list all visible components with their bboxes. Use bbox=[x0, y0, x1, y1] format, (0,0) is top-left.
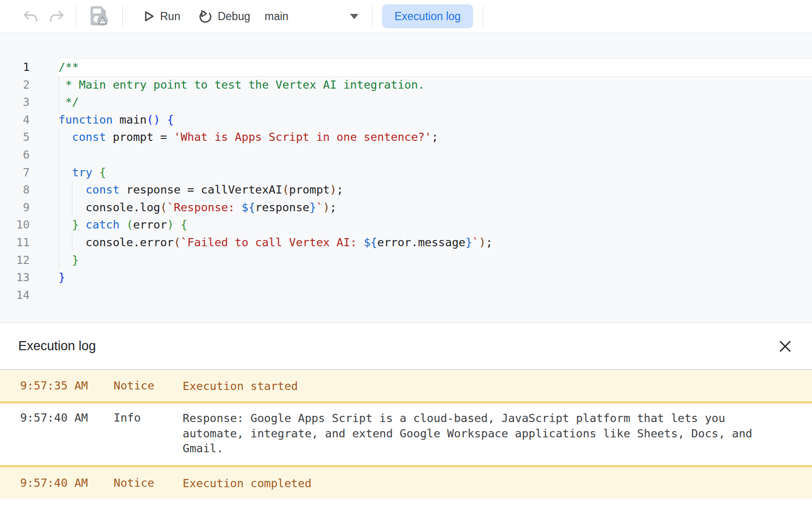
line-number[interactable]: 13 bbox=[0, 269, 30, 286]
indent-guide bbox=[72, 234, 72, 252]
indent-guide bbox=[58, 234, 59, 252]
code-token: () bbox=[147, 113, 160, 126]
code-line-content[interactable]: } bbox=[58, 252, 812, 269]
code-token: catch bbox=[86, 218, 120, 231]
code-line[interactable]: 14 bbox=[0, 286, 812, 304]
undo-button[interactable] bbox=[21, 7, 40, 26]
code-token: * Main entry point to test the Vertex AI… bbox=[58, 78, 425, 91]
code-token: ; bbox=[330, 201, 336, 214]
code-line[interactable]: 13} bbox=[0, 269, 812, 286]
line-number[interactable]: 4 bbox=[0, 111, 30, 129]
redo-icon bbox=[48, 10, 65, 23]
code-token bbox=[174, 218, 181, 231]
selected-function: main bbox=[265, 10, 289, 23]
code-line-content[interactable]: function main() { bbox=[58, 111, 812, 129]
code-token: ) bbox=[167, 218, 174, 231]
code-token: ( bbox=[160, 201, 167, 214]
line-number[interactable]: 9 bbox=[0, 199, 30, 217]
code-token: } bbox=[58, 271, 65, 284]
code-token: ` bbox=[316, 201, 323, 214]
code-line-content[interactable]: try { bbox=[58, 164, 812, 182]
line-number[interactable]: 11 bbox=[0, 234, 30, 252]
code-line[interactable]: 2 * Main entry point to test the Vertex … bbox=[0, 76, 812, 94]
code-token: console.log bbox=[58, 201, 160, 214]
code-line-content[interactable]: /** bbox=[58, 58, 812, 76]
line-number[interactable]: 12 bbox=[0, 252, 30, 269]
code-line-content[interactable]: const prompt = 'What is Apps Script in o… bbox=[58, 128, 812, 146]
code-token: { bbox=[167, 113, 174, 126]
code-token: ${ bbox=[242, 201, 255, 214]
indent-guide bbox=[58, 93, 59, 111]
code-token: */ bbox=[58, 95, 79, 109]
close-button[interactable] bbox=[777, 339, 793, 354]
code-token: ) bbox=[479, 236, 486, 249]
log-entry-level: Notice bbox=[114, 467, 183, 497]
code-token bbox=[58, 130, 72, 144]
code-line[interactable]: 8 const response = callVertexAI(prompt); bbox=[0, 181, 812, 199]
close-icon bbox=[778, 339, 792, 354]
code-editor[interactable]: 1/**2 * Main entry point to test the Ver… bbox=[0, 33, 812, 322]
code-line-content[interactable] bbox=[58, 146, 812, 164]
debug-button[interactable]: Debug bbox=[197, 9, 250, 24]
code-token: ( bbox=[174, 236, 181, 249]
line-number[interactable]: 2 bbox=[0, 76, 30, 94]
undo-icon bbox=[22, 10, 39, 23]
code-line[interactable]: 11 console.error(`Failed to call Vertex … bbox=[0, 234, 812, 252]
function-selector[interactable]: main bbox=[265, 10, 359, 23]
execution-log-button[interactable]: Execution log bbox=[382, 4, 473, 28]
code-token bbox=[93, 166, 99, 179]
line-number[interactable]: 5 bbox=[0, 128, 30, 146]
code-line-content[interactable]: } catch (error) { bbox=[58, 216, 812, 234]
code-line-content[interactable] bbox=[58, 286, 812, 304]
code-line-content[interactable]: * Main entry point to test the Vertex AI… bbox=[58, 76, 812, 94]
line-number[interactable]: 6 bbox=[0, 146, 30, 164]
execution-log-title: Execution log bbox=[18, 339, 96, 354]
code-token: } bbox=[310, 201, 316, 214]
indent-guide bbox=[58, 146, 59, 164]
code-line-content[interactable]: console.log(`Response: ${response}`); bbox=[58, 199, 812, 217]
code-token: response = callVertexAI bbox=[119, 183, 282, 196]
line-number[interactable]: 8 bbox=[0, 181, 30, 199]
code-line[interactable]: 5 const prompt = 'What is Apps Script in… bbox=[0, 128, 812, 146]
code-line[interactable]: 6 bbox=[0, 146, 812, 164]
code-line-content[interactable]: console.error(`Failed to call Vertex AI:… bbox=[58, 234, 812, 252]
debug-label: Debug bbox=[218, 10, 250, 23]
line-number[interactable]: 3 bbox=[0, 93, 30, 111]
code-line[interactable]: 3 */ bbox=[0, 93, 812, 111]
toolbar-divider bbox=[122, 6, 123, 27]
code-line[interactable]: 4function main() { bbox=[0, 111, 812, 129]
line-number[interactable]: 1 bbox=[0, 58, 30, 76]
redo-button[interactable] bbox=[47, 7, 66, 26]
log-entry-time: 9:57:40 AM bbox=[20, 467, 114, 497]
toolbar-divider bbox=[372, 6, 372, 27]
toolbar-divider bbox=[76, 6, 76, 27]
code-token bbox=[58, 253, 72, 267]
code-token: error bbox=[133, 218, 167, 231]
code-token: } bbox=[72, 218, 79, 231]
log-entry-time: 9:57:40 AM bbox=[20, 411, 114, 424]
line-number[interactable]: 7 bbox=[0, 164, 30, 182]
save-button[interactable] bbox=[86, 4, 113, 29]
run-button[interactable]: Run bbox=[142, 9, 180, 23]
code-token: main bbox=[113, 113, 147, 126]
indent-guide bbox=[58, 128, 59, 146]
code-line-content[interactable]: } bbox=[58, 269, 812, 286]
code-line[interactable]: 12 } bbox=[0, 252, 812, 269]
code-token: ( bbox=[282, 183, 289, 196]
code-lines: 1/**2 * Main entry point to test the Ver… bbox=[0, 33, 812, 304]
code-line[interactable]: 9 console.log(`Response: ${response}`); bbox=[0, 199, 812, 217]
code-line[interactable]: 10 } catch (error) { bbox=[0, 216, 812, 234]
code-line-content[interactable]: */ bbox=[58, 93, 812, 111]
code-token: { bbox=[99, 166, 106, 179]
code-token: ) bbox=[323, 201, 330, 214]
indent-guide bbox=[58, 216, 59, 234]
indent-guide bbox=[72, 199, 72, 217]
code-line-content[interactable]: const response = callVertexAI(prompt); bbox=[58, 181, 812, 199]
code-token: /** bbox=[58, 60, 79, 74]
code-token: function bbox=[58, 113, 113, 126]
code-line[interactable]: 1/** bbox=[0, 58, 812, 76]
code-line[interactable]: 7 try { bbox=[0, 164, 812, 182]
indent-guide bbox=[72, 181, 72, 199]
line-number[interactable]: 10 bbox=[0, 216, 30, 234]
line-number[interactable]: 14 bbox=[0, 286, 30, 304]
